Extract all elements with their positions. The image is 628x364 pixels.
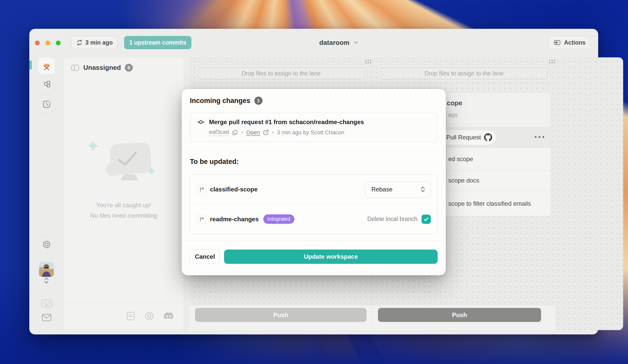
- commit-message: Merge pull request #1 from schacon/readm…: [209, 119, 364, 126]
- gear-icon: [42, 240, 51, 249]
- branches-graph-icon: [42, 81, 51, 90]
- dropzone-label: Drop files to assign to the lane: [425, 70, 503, 77]
- branch-name: readme-changes: [210, 216, 259, 223]
- delete-local-branch-label: Delete local branch: [367, 216, 417, 223]
- fetch-time-label: 3 min ago: [85, 39, 113, 46]
- lane1-footer: Push: [190, 305, 372, 330]
- empty-state-line2: No files need committing: [63, 212, 184, 219]
- settings-button[interactable]: [38, 236, 55, 253]
- rail-history-button[interactable]: [38, 96, 55, 113]
- pr-open-link[interactable]: Open: [246, 129, 260, 136]
- fetch-status-button[interactable]: 3 min ago: [71, 36, 117, 49]
- branch-row-classified-scope: classified-scope Rebase: [190, 175, 437, 204]
- lane2-dropzone[interactable]: Drop files to assign to the lane: [378, 64, 550, 82]
- lane-divider: [556, 57, 556, 330]
- history-clock-icon: [42, 100, 51, 109]
- user-avatar: [39, 262, 54, 277]
- branch-card-title-fragment: cope: [447, 99, 462, 107]
- rail-workspace-button[interactable]: [38, 57, 55, 74]
- unassigned-panel: Unassigned 0 You're all caught up! No fi…: [63, 57, 184, 330]
- incoming-commit-card: Merge pull request #1 from schacon/readm…: [190, 113, 438, 142]
- commit-message-fragment: scope docs: [448, 177, 479, 184]
- discord-button[interactable]: [163, 312, 174, 321]
- desktop: 3 min ago 1 upstream commits dataroom: [0, 0, 628, 364]
- github-icon: [484, 133, 492, 141]
- actions-label: Actions: [564, 39, 585, 46]
- update-workspace-button[interactable]: Update workspace: [224, 250, 438, 264]
- modal-divider: [182, 151, 446, 151]
- to-be-updated-title: To be updated:: [190, 158, 438, 166]
- modal-header: Incoming changes 1: [190, 97, 438, 105]
- split-panel-icon: [71, 64, 79, 71]
- commit-byline: 3 min ago by Scott Chacon: [277, 129, 344, 136]
- branch-name: classified-scope: [210, 186, 258, 193]
- rail-branches-button[interactable]: [38, 76, 55, 94]
- workspace-stool-icon: [42, 61, 51, 71]
- git-commit-icon: [197, 119, 205, 125]
- lane1-drag-handle[interactable]: [365, 59, 371, 63]
- branch-icon: [197, 215, 206, 224]
- chevron-down-icon: [352, 39, 359, 46]
- minimize-window-button[interactable]: [45, 41, 50, 45]
- copy-icon[interactable]: [232, 129, 238, 136]
- unassigned-count-badge: 0: [125, 64, 133, 72]
- active-page-indicator: [29, 60, 32, 70]
- panel-footer-divider: [63, 302, 184, 303]
- select-chevrons-icon: [420, 186, 426, 193]
- incoming-count-badge: 1: [254, 97, 263, 105]
- sync-icon: [76, 39, 83, 46]
- keyboard-icon: [41, 299, 52, 308]
- mail-icon: [42, 314, 51, 321]
- unassigned-title: Unassigned: [83, 64, 121, 72]
- close-window-button[interactable]: [35, 41, 40, 45]
- news-doc-icon: [126, 311, 135, 321]
- changelog-button[interactable]: [126, 311, 135, 322]
- branch-card-time-fragment: ago: [448, 112, 457, 118]
- keyboard-shortcuts-button[interactable]: [38, 299, 55, 308]
- caught-up-illustration: [86, 139, 162, 186]
- dropzone-label: Drop files to assign to the lane: [242, 70, 320, 77]
- actions-button[interactable]: Actions: [548, 36, 590, 49]
- empty-lane: [586, 58, 620, 330]
- panel-footer-links: [126, 311, 174, 322]
- chevron-up-down-icon: [43, 277, 50, 284]
- external-link-icon: [263, 129, 269, 135]
- lane1-push-button[interactable]: Push: [195, 308, 367, 322]
- open-source-button[interactable]: [145, 311, 154, 322]
- commit-message-fragment: ed scope: [448, 155, 473, 163]
- commit-message-fragment: scope to filter classified emails: [448, 200, 531, 207]
- open-source-icon: [145, 311, 154, 321]
- pr-button-label-fragment: e Pull Request: [441, 134, 481, 141]
- modal-divider: [182, 240, 446, 240]
- lane2-push-button[interactable]: Push: [378, 308, 541, 322]
- unassigned-header: Unassigned 0: [63, 58, 184, 72]
- user-account-switcher[interactable]: [37, 260, 56, 287]
- integrated-status-badge: Integrated: [263, 214, 294, 224]
- discord-icon: [163, 312, 174, 320]
- branches-to-update-list: classified-scope Rebase: [190, 174, 438, 234]
- app-window: 3 min ago 1 upstream commits dataroom: [29, 29, 598, 334]
- lane2-footer: Push: [373, 305, 556, 330]
- zoom-window-button[interactable]: [56, 41, 61, 45]
- delete-local-branch-checkbox[interactable]: [422, 215, 431, 224]
- more-options-button[interactable]: [535, 136, 544, 138]
- lane1-dropzone[interactable]: Drop files to assign to the lane: [195, 64, 367, 82]
- cancel-button[interactable]: Cancel: [190, 250, 220, 264]
- modal-title: Incoming changes: [190, 97, 250, 105]
- feedback-mail-button[interactable]: [38, 314, 55, 321]
- upstream-commits-badge[interactable]: 1 upstream commits: [124, 36, 191, 49]
- commit-sha[interactable]: eaf3cad: [209, 129, 229, 136]
- ai-actions-icon: [553, 38, 561, 47]
- project-switcher[interactable]: dataroom: [319, 39, 359, 47]
- empty-state-line1: You're all caught up!: [63, 202, 184, 209]
- check-icon: [423, 216, 429, 222]
- update-action-select[interactable]: Rebase: [365, 181, 431, 198]
- branch-row-readme-changes: readme-changes Integrated Delete local b…: [190, 204, 437, 234]
- project-name: dataroom: [319, 39, 349, 47]
- incoming-changes-modal: Incoming changes 1 Merge pull request #1…: [182, 89, 446, 275]
- branch-icon: [197, 185, 206, 194]
- lane2-drag-handle[interactable]: [549, 59, 555, 63]
- modal-footer: Cancel Update workspace: [190, 250, 438, 264]
